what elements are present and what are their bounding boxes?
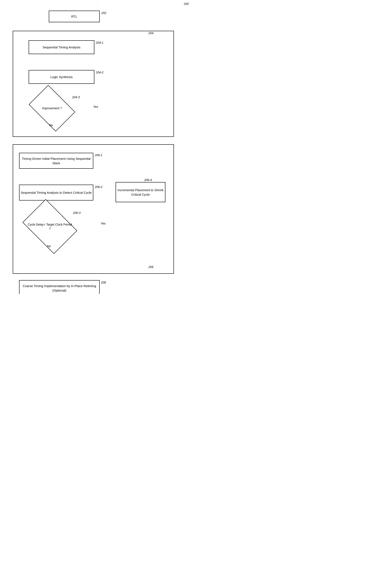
ref-200: 200 <box>184 2 189 5</box>
cycle-no-label: No <box>47 244 51 248</box>
improvement-no-label: No <box>49 123 53 127</box>
logic-synthesis-box: Logic Synthesis <box>29 70 94 84</box>
seq-timing-analysis-1-box: Sequential Timing Analysis <box>29 40 94 54</box>
ref-204-2: 204-2 <box>96 71 103 74</box>
ref-204-3: 204-3 <box>72 96 80 99</box>
coarse-timing-box: Coarse Timing Implementation by In-Place… <box>19 280 100 294</box>
ref-208: 208 <box>101 281 106 284</box>
rtl-box: RTL <box>49 11 100 22</box>
improvement-diamond: Improvement ? <box>33 94 71 122</box>
ref-206-4: 206-4 <box>144 178 152 182</box>
ref-204: 204 <box>148 31 153 35</box>
seq-timing-analysis-2-box: Sequential Timing Analysis to Detect Cri… <box>19 185 93 201</box>
cycle-yes-label: Yes <box>101 222 106 225</box>
cycle-delay-diamond: Cycle Delay> Target Clock Period ? <box>28 210 72 243</box>
improvement-yes-label: Yes <box>93 105 98 108</box>
ref-206-2: 206-2 <box>95 185 102 189</box>
ref-206-1: 206-1 <box>95 154 102 157</box>
ref-206-3: 206-3 <box>73 211 81 214</box>
timing-driven-placement-box: Timing Driven Initial Placement Using Se… <box>19 153 93 169</box>
arrows-svg <box>0 0 195 8</box>
ref-202: 202 <box>101 11 106 15</box>
ref-206: 206 <box>148 265 153 269</box>
diagram-container: 200 RTL 202 204 Sequential Timing Analys… <box>0 0 195 8</box>
incremental-placement-box: Incremental Placement to Shrink Critical… <box>116 182 165 202</box>
ref-204-1: 204-1 <box>96 41 103 44</box>
